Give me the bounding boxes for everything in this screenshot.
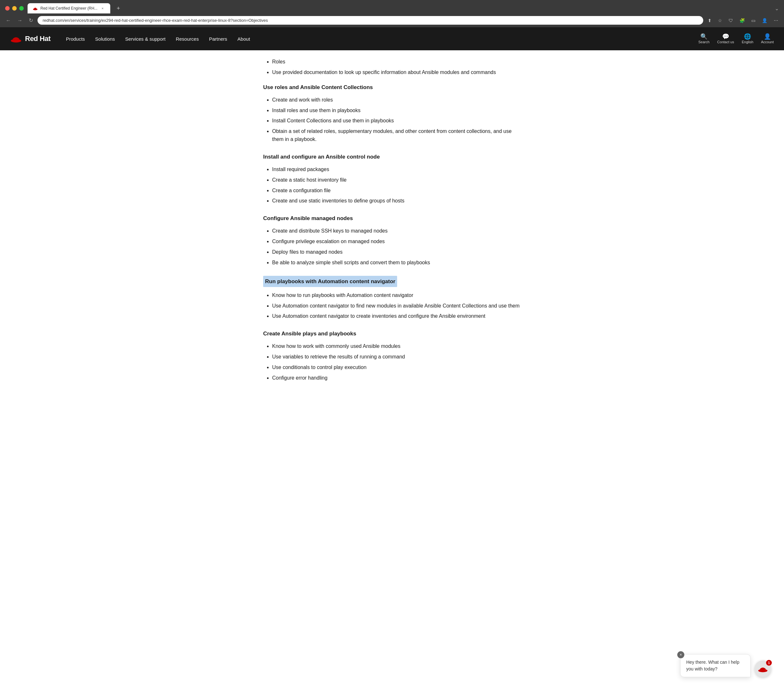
- list-item: Use Automation content navigator to find…: [272, 302, 521, 310]
- section-heading-run-playbooks: Run playbooks with Automation content na…: [263, 276, 397, 287]
- browser-chevron-down-icon[interactable]: ⌄: [775, 5, 779, 12]
- list-item: Know how to run playbooks with Automatio…: [272, 291, 521, 299]
- redhat-logo-icon: [10, 34, 22, 43]
- address-bar[interactable]: [38, 16, 703, 25]
- language-action[interactable]: 🌐 English: [742, 34, 753, 44]
- section-heading-use-roles: Use roles and Ansible Content Collection…: [263, 83, 521, 92]
- list-item: Deploy files to managed nodes: [272, 248, 521, 256]
- nav-link-resources[interactable]: Resources: [171, 27, 204, 50]
- tab-favicon: [33, 6, 38, 11]
- window-controls: [5, 6, 24, 11]
- forward-button[interactable]: →: [15, 16, 25, 25]
- back-button[interactable]: ←: [4, 16, 13, 25]
- bookmark-icon[interactable]: ☆: [716, 16, 724, 25]
- list-item: Obtain a set of related roles, supplemen…: [272, 128, 521, 143]
- puzzle-icon[interactable]: 🧩: [738, 16, 747, 25]
- section-heading-install-configure: Install and configure an Ansible control…: [263, 153, 521, 161]
- list-item: Use variables to retrieve the results of…: [272, 353, 521, 361]
- nav-link-products[interactable]: Products: [61, 27, 90, 50]
- nav-link-about[interactable]: About: [232, 27, 255, 50]
- nav-link-services-support[interactable]: Services & support: [120, 27, 171, 50]
- use-roles-list: Create and work with roles Install roles…: [263, 96, 521, 143]
- section-create-playbooks: Create Ansible plays and playbooks Know …: [263, 329, 521, 382]
- account-icon: 👤: [764, 34, 771, 39]
- tab-close-button[interactable]: ×: [100, 7, 105, 10]
- list-item: Configure error handling: [272, 374, 521, 382]
- title-bar: Red Hat Certified Engineer (RH... × + ⌄: [0, 0, 784, 13]
- browser-tab[interactable]: Red Hat Certified Engineer (RH... ×: [28, 3, 110, 13]
- section-install-configure: Install and configure an Ansible control…: [263, 153, 521, 205]
- list-item: Create and work with roles: [272, 96, 521, 104]
- list-item: Know how to work with commonly used Ansi…: [272, 342, 521, 350]
- extension-icon[interactable]: 🛡: [726, 16, 735, 25]
- section-heading-create-playbooks: Create Ansible plays and playbooks: [263, 329, 521, 338]
- section-top-bullets: Roles Use provided documentation to look…: [263, 58, 521, 77]
- install-configure-list: Install required packages Create a stati…: [263, 166, 521, 205]
- section-heading-configure-nodes: Configure Ansible managed nodes: [263, 214, 521, 223]
- share-icon[interactable]: ⬆: [706, 16, 713, 25]
- rh-logo-text: Red Hat: [25, 34, 51, 43]
- create-playbooks-list: Know how to work with commonly used Ansi…: [263, 342, 521, 382]
- new-tab-button[interactable]: +: [114, 5, 123, 12]
- nav-link-partners[interactable]: Partners: [204, 27, 232, 50]
- rh-navbar: Red Hat Products Solutions Services & su…: [0, 27, 784, 50]
- minimize-window-button[interactable]: [12, 6, 16, 11]
- top-bullet-list: Roles Use provided documentation to look…: [263, 58, 521, 77]
- list-item: Roles: [272, 58, 521, 66]
- nav-link-solutions[interactable]: Solutions: [90, 27, 120, 50]
- close-window-button[interactable]: [5, 6, 10, 11]
- address-bar-row: ← → ↻ ⬆ ☆ 🛡 🧩 ▭ 👤 ⋯: [0, 13, 784, 27]
- page-content: Roles Use provided documentation to look…: [248, 50, 536, 410]
- profile-icon[interactable]: 👤: [760, 16, 769, 25]
- rh-nav-actions: 🔍 Search 💬 Contact us 🌐 English 👤 Accoun…: [698, 34, 774, 44]
- run-playbooks-list: Know how to run playbooks with Automatio…: [263, 291, 521, 320]
- list-item: Use conditionals to control play executi…: [272, 363, 521, 371]
- list-item: Install required packages: [272, 166, 521, 174]
- contact-us-action[interactable]: 💬 Contact us: [717, 34, 734, 44]
- rh-nav-links: Products Solutions Services & support Re…: [61, 27, 688, 50]
- maximize-window-button[interactable]: [19, 6, 24, 11]
- globe-icon: 🌐: [744, 34, 751, 39]
- sidebar-icon[interactable]: ▭: [749, 16, 758, 25]
- list-item: Install Content Collections and use them…: [272, 117, 521, 125]
- configure-nodes-list: Create and distribute SSH keys to manage…: [263, 227, 521, 266]
- list-item: Create and use static inventories to def…: [272, 197, 521, 205]
- list-item: Be able to analyze simple shell scripts …: [272, 259, 521, 267]
- list-item: Create and distribute SSH keys to manage…: [272, 227, 521, 235]
- tab-title: Red Hat Certified Engineer (RH...: [40, 6, 97, 11]
- search-icon: 🔍: [700, 34, 707, 39]
- list-item: Install roles and use them in playbooks: [272, 107, 521, 115]
- list-item: Use provided documentation to look up sp…: [272, 69, 521, 77]
- list-item: Configure privilege escalation on manage…: [272, 238, 521, 246]
- search-action[interactable]: 🔍 Search: [698, 34, 710, 44]
- list-item: Use Automation content navigator to crea…: [272, 312, 521, 320]
- contact-icon: 💬: [722, 34, 729, 39]
- section-run-playbooks: Run playbooks with Automation content na…: [263, 276, 521, 320]
- browser-chrome: Red Hat Certified Engineer (RH... × + ⌄ …: [0, 0, 784, 27]
- section-use-roles: Use roles and Ansible Content Collection…: [263, 83, 521, 143]
- more-menu-icon[interactable]: ⋯: [772, 16, 780, 25]
- list-item: Create a static host inventory file: [272, 176, 521, 184]
- refresh-button[interactable]: ↻: [27, 16, 35, 25]
- rh-logo[interactable]: Red Hat: [10, 34, 51, 43]
- section-configure-nodes: Configure Ansible managed nodes Create a…: [263, 214, 521, 266]
- account-action[interactable]: 👤 Account: [761, 34, 774, 44]
- list-item: Create a configuration file: [272, 187, 521, 195]
